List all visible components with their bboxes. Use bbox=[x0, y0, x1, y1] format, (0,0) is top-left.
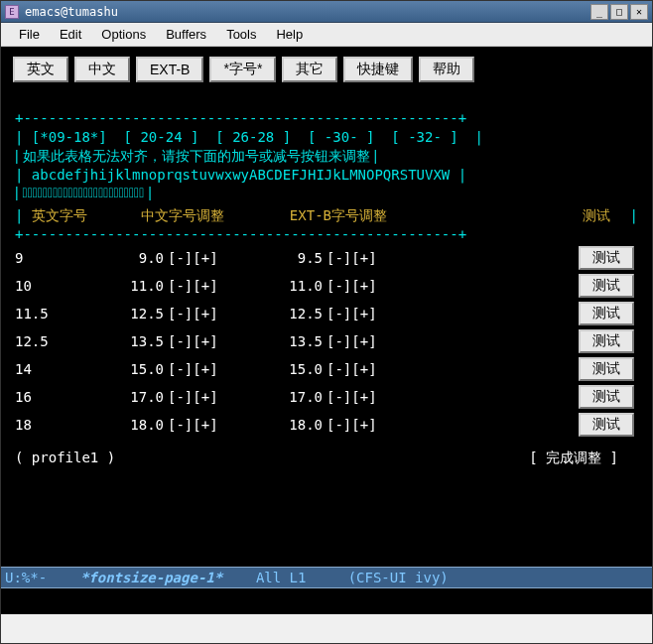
cn-adjust[interactable]: [-][+] bbox=[164, 416, 233, 435]
footer-row: ( profile1 ) [ 完成调整 ] bbox=[5, 439, 648, 467]
ext-size: 15.0 bbox=[263, 360, 323, 379]
preset-row[interactable]: | [*09-18*] [ 20-24 ] [ 26-28 ] [ -30- ]… bbox=[15, 129, 483, 145]
ext-adjust[interactable]: [-][+] bbox=[323, 332, 392, 351]
test-button[interactable]: 测试 bbox=[579, 329, 634, 353]
cn-size: 18.0 bbox=[104, 416, 164, 435]
cn-size: 17.0 bbox=[104, 388, 164, 407]
test-button[interactable]: 测试 bbox=[579, 385, 634, 409]
menu-edit[interactable]: Edit bbox=[50, 25, 91, 44]
tab-shortcuts[interactable]: 快捷键 bbox=[343, 57, 413, 82]
menu-file[interactable]: File bbox=[9, 25, 50, 44]
menu-options[interactable]: Options bbox=[91, 25, 156, 44]
ext-size: 11.0 bbox=[263, 277, 323, 296]
tab-chinese[interactable]: 中文 bbox=[74, 57, 130, 82]
cjk-sample-row: | 𠄀𠄁乱乾乾𠄂𠄃𠄄𠄅𠄆𠄀𠄁乱乾乾𠄂𠄃𠄄乾𠄂𠄃𠄄𠄅𠄆 | bbox=[15, 185, 152, 200]
ext-size: 9.5 bbox=[263, 249, 323, 268]
done-button[interactable]: [ 完成调整 ] bbox=[529, 449, 618, 467]
ext-adjust[interactable]: [-][+] bbox=[323, 249, 392, 268]
en-size: 14 bbox=[15, 360, 104, 379]
cn-size: 9.0 bbox=[104, 249, 164, 268]
table-row: 1415.0[-][+]15.0[-][+]测试 bbox=[5, 355, 648, 383]
separator-mid: +---------------------------------------… bbox=[15, 226, 466, 242]
cn-adjust[interactable]: [-][+] bbox=[164, 249, 233, 268]
tab-help[interactable]: 帮助 bbox=[419, 57, 474, 82]
titlebar[interactable]: E emacs@tumashu _ □ ✕ bbox=[1, 1, 652, 23]
window-title: emacs@tumashu bbox=[25, 5, 590, 19]
cn-size: 12.5 bbox=[104, 305, 164, 323]
menubar: File Edit Options Buffers Tools Help bbox=[1, 23, 652, 47]
en-size: 10 bbox=[15, 277, 104, 296]
profile-label[interactable]: ( profile1 ) bbox=[15, 449, 115, 467]
column-headers: | 英文字号 中文字号调整 EXT-B字号调整 测试 | bbox=[5, 206, 648, 225]
tab-row: 英文 中文 EXT-B *字号* 其它 快捷键 帮助 bbox=[5, 53, 648, 86]
maximize-button[interactable]: □ bbox=[610, 4, 628, 20]
cn-adjust[interactable]: [-][+] bbox=[164, 277, 233, 296]
tab-extb[interactable]: EXT-B bbox=[136, 57, 203, 82]
table-row: 12.513.5[-][+]13.5[-][+]测试 bbox=[5, 327, 648, 355]
app-icon: E bbox=[5, 5, 19, 19]
ext-adjust[interactable]: [-][+] bbox=[323, 277, 392, 296]
test-button[interactable]: 测试 bbox=[579, 274, 634, 298]
table-row: 1011.0[-][+]11.0[-][+]测试 bbox=[5, 272, 648, 300]
cn-adjust[interactable]: [-][+] bbox=[164, 388, 233, 407]
en-size: 9 bbox=[15, 249, 104, 268]
ext-adjust[interactable]: [-][+] bbox=[323, 305, 392, 323]
app-window: E emacs@tumashu _ □ ✕ File Edit Options … bbox=[0, 0, 653, 644]
ext-adjust[interactable]: [-][+] bbox=[323, 388, 392, 407]
ascii-sample-row: | abcdefjhijklmnoprqstuvwxwyABCDEFJHIJkL… bbox=[15, 167, 466, 183]
table-row: 1818.0[-][+]18.0[-][+]测试 bbox=[5, 411, 648, 439]
en-size: 18 bbox=[15, 416, 104, 435]
note-row: | 如果此表格无法对齐，请按下面的加号或减号按钮来调整 | bbox=[15, 148, 377, 164]
cn-adjust[interactable]: [-][+] bbox=[164, 360, 233, 379]
table-row: 99.0[-][+]9.5[-][+]测试 bbox=[5, 244, 648, 272]
modeline-position: All L1 bbox=[256, 569, 307, 587]
en-size: 16 bbox=[15, 388, 104, 407]
data-rows: 99.0[-][+]9.5[-][+]测试1011.0[-][+]11.0[-]… bbox=[5, 244, 648, 439]
cn-size: 13.5 bbox=[104, 332, 164, 351]
ext-size: 13.5 bbox=[263, 332, 323, 351]
buffer-content: 英文 中文 EXT-B *字号* 其它 快捷键 帮助 +------------… bbox=[1, 47, 652, 614]
tab-english[interactable]: 英文 bbox=[13, 57, 68, 82]
modeline-modes: (CFS-UI ivy) bbox=[348, 569, 449, 587]
col-en: 英文字号 bbox=[32, 206, 141, 225]
cn-adjust[interactable]: [-][+] bbox=[164, 305, 233, 323]
col-test: 测试 bbox=[583, 206, 610, 225]
ext-adjust[interactable]: [-][+] bbox=[323, 416, 392, 435]
table-row: 11.512.5[-][+]12.5[-][+]测试 bbox=[5, 300, 648, 327]
ext-adjust[interactable]: [-][+] bbox=[323, 360, 392, 379]
close-button[interactable]: ✕ bbox=[630, 4, 648, 20]
menu-buffers[interactable]: Buffers bbox=[156, 25, 216, 44]
modeline: U:%*- *fontsize-page-1* All L1 (CFS-UI i… bbox=[1, 567, 652, 588]
minimize-button[interactable]: _ bbox=[590, 4, 608, 20]
ext-size: 12.5 bbox=[263, 305, 323, 323]
tab-fontsize[interactable]: *字号* bbox=[209, 57, 276, 82]
ext-size: 18.0 bbox=[263, 416, 323, 435]
tab-other[interactable]: 其它 bbox=[282, 57, 337, 82]
menu-tools[interactable]: Tools bbox=[216, 25, 266, 44]
modeline-buffer: *fontsize-page-1* bbox=[80, 569, 222, 587]
separator-top: +---------------------------------------… bbox=[15, 110, 466, 126]
ext-size: 17.0 bbox=[263, 388, 323, 407]
cn-adjust[interactable]: [-][+] bbox=[164, 332, 233, 351]
cn-size: 15.0 bbox=[104, 360, 164, 379]
en-size: 12.5 bbox=[15, 332, 104, 351]
test-button[interactable]: 测试 bbox=[579, 357, 634, 381]
test-button[interactable]: 测试 bbox=[579, 246, 634, 270]
col-cn: 中文字号调整 bbox=[141, 206, 290, 225]
test-button[interactable]: 测试 bbox=[579, 413, 634, 437]
en-size: 11.5 bbox=[15, 305, 104, 323]
col-ext: EXT-B字号调整 bbox=[290, 206, 458, 225]
modeline-flags: U:%*- bbox=[5, 569, 47, 587]
menu-help[interactable]: Help bbox=[266, 25, 313, 44]
test-button[interactable]: 测试 bbox=[579, 302, 634, 325]
table-row: 1617.0[-][+]17.0[-][+]测试 bbox=[5, 383, 648, 411]
cn-size: 11.0 bbox=[104, 277, 164, 296]
